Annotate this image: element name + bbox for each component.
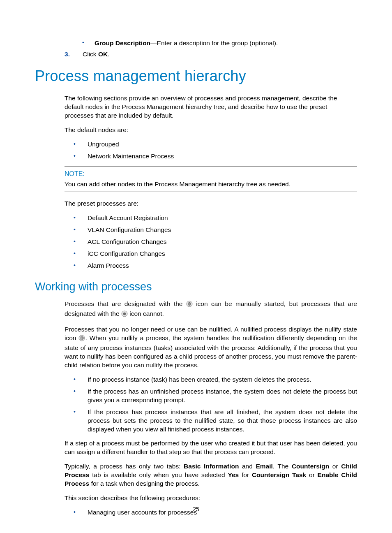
note-text: You can add other nodes to the Process M… <box>65 180 357 189</box>
text: or <box>329 463 341 470</box>
wp-para-4: Typically, a process has only two tabs: … <box>65 462 357 488</box>
svg-point-0 <box>187 301 192 307</box>
list-item: Default Account Registration <box>65 214 357 222</box>
default-nodes-lead: The default nodes are: <box>65 126 357 134</box>
bold-text: Countersign Task <box>252 471 306 478</box>
text: . The <box>273 463 292 470</box>
text: Typically, a process has only two tabs: <box>65 463 184 470</box>
wp-para-5: This section describes the following pro… <box>65 494 357 503</box>
list-item: If the process has an unfinished process… <box>65 387 357 405</box>
sub-bullet-text: Enter a description for the group (optio… <box>157 39 278 46</box>
intro-para: The following sections provide an overvi… <box>65 94 357 120</box>
list-item: If the process has process instances tha… <box>65 408 357 434</box>
nullify-state-icon <box>78 335 85 344</box>
bold-text: Email <box>256 463 273 470</box>
preset-list: Default Account Registration VLAN Config… <box>65 214 357 270</box>
preset-lead: The preset processes are: <box>65 199 357 208</box>
wp-para-3: If a step of a process must be performed… <box>65 439 357 457</box>
text: for <box>239 471 252 478</box>
wp-para-1: Processes that are designated with the i… <box>65 300 357 320</box>
wp-bullets: If no process instance (task) has been c… <box>65 375 357 434</box>
sub-bullet-list: Group Description—Enter a description fo… <box>82 39 357 48</box>
no-start-icon <box>121 311 128 320</box>
text: or <box>306 471 317 478</box>
heading-2: Working with processes <box>35 279 357 294</box>
wp-para-2: Processes that you no longer need or use… <box>65 325 357 370</box>
text: Processes that are designated with the <box>65 300 186 307</box>
text: icon cannot. <box>129 310 164 317</box>
note-box: NOTE: You can add other nodes to the Pro… <box>65 167 357 192</box>
list-item: Alarm Process <box>65 262 357 270</box>
text: and <box>239 463 256 470</box>
text: for a task when designing the process. <box>89 480 200 487</box>
bold-text: Basic Information <box>184 463 239 470</box>
bold-text: Yes <box>228 471 239 478</box>
heading-1: Process management hierarchy <box>35 66 357 86</box>
step-text-prefix: Click <box>83 51 98 58</box>
step-item: Click OK. <box>65 50 357 59</box>
list-item: ACL Configuration Changes <box>65 238 357 246</box>
page-number: 25 <box>0 505 392 513</box>
page-content: Group Description—Enter a description fo… <box>0 0 392 517</box>
text: tab is available only when you have sele… <box>89 471 228 478</box>
numbered-list: Click OK. <box>65 50 357 59</box>
list-item: VLAN Configuration Changes <box>65 226 357 234</box>
note-label: NOTE: <box>65 169 357 178</box>
svg-point-3 <box>123 313 126 315</box>
list-item: If no process instance (task) has been c… <box>65 375 357 384</box>
manual-start-icon <box>186 301 193 310</box>
svg-point-4 <box>79 335 85 341</box>
sub-bullet-dash: — <box>150 39 157 46</box>
step-text-suffix: . <box>108 51 109 58</box>
bold-text: Countersign <box>292 463 329 470</box>
text: . When you nullify a process, the system… <box>65 334 357 368</box>
default-nodes-list: Ungrouped Network Maintenance Process <box>65 140 357 161</box>
sub-bullet-item: Group Description—Enter a description fo… <box>82 39 357 48</box>
list-item: Ungrouped <box>65 140 357 149</box>
step-text-bold: OK <box>98 51 108 58</box>
sub-bullet-label: Group Description <box>95 39 150 46</box>
list-item: iCC Configuration Changes <box>65 250 357 258</box>
list-item: Network Maintenance Process <box>65 152 357 161</box>
